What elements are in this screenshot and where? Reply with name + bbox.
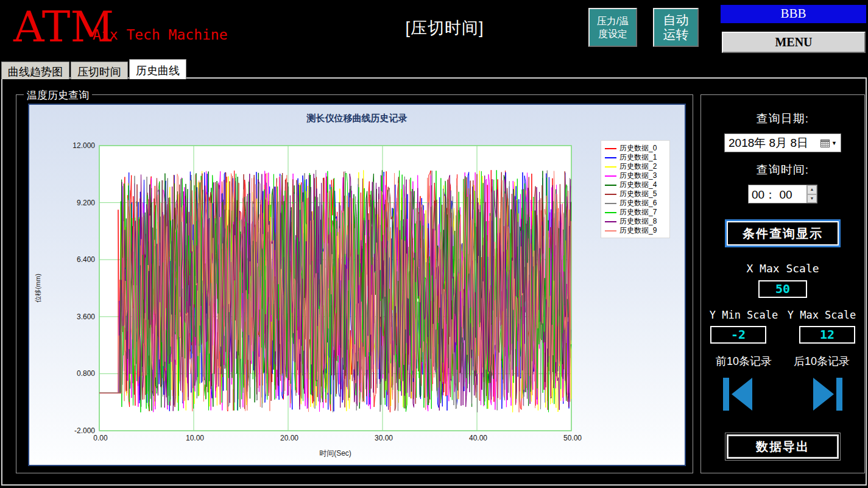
status-banner: BBB xyxy=(721,5,866,23)
legend-swatch xyxy=(605,185,616,186)
skip-next-icon xyxy=(813,378,842,411)
legend-item: 历史数据_0 xyxy=(605,144,667,153)
data-export-button[interactable]: 数据导出 xyxy=(727,434,839,459)
svg-text:0.00: 0.00 xyxy=(93,434,108,442)
legend-swatch xyxy=(605,157,616,158)
legend-item: 历史数据_9 xyxy=(605,226,667,235)
menu-button[interactable]: MENU xyxy=(722,32,866,53)
svg-text:位移(mm): 位移(mm) xyxy=(34,274,41,303)
svg-text:30.00: 30.00 xyxy=(375,434,393,442)
legend-swatch xyxy=(605,203,616,204)
tab-press-cut-time[interactable]: 压切时间 xyxy=(71,62,128,79)
calendar-dropdown-arrow-icon[interactable]: ▼ xyxy=(831,140,837,146)
svg-text:20.00: 20.00 xyxy=(280,434,298,442)
chart-legend: 历史数据_0历史数据_1历史数据_2历史数据_3历史数据_4历史数据_5历史数据… xyxy=(601,140,670,238)
main-content-panel: 温度历史查询 12.0009.2006.4003.6000.800-2.0000… xyxy=(1,77,867,486)
legend-swatch xyxy=(605,221,616,222)
svg-text:9.200: 9.200 xyxy=(77,199,95,207)
legend-label: 历史数据_9 xyxy=(619,225,657,236)
svg-text:0.800: 0.800 xyxy=(77,369,95,378)
svg-text:-2.000: -2.000 xyxy=(74,426,95,435)
svg-text:40.00: 40.00 xyxy=(469,434,487,442)
y-max-scale-label: Y Max Scale xyxy=(785,309,859,321)
page-title: [压切时间] xyxy=(262,17,627,39)
svg-text:50.00: 50.00 xyxy=(563,434,582,442)
pressure-temp-settings-label-line2: 度设定 xyxy=(590,27,636,40)
svg-text:时间(Sec): 时间(Sec) xyxy=(319,449,351,458)
svg-text:12.000: 12.000 xyxy=(72,141,95,150)
legend-swatch xyxy=(605,230,616,232)
tab-history-curve[interactable]: 历史曲线 xyxy=(129,59,186,79)
query-time-picker[interactable]: 00： 00 ▲ ▼ xyxy=(748,185,817,203)
tab-curve-trend[interactable]: 曲线趋势图 xyxy=(1,62,69,79)
legend-swatch xyxy=(605,148,616,149)
conditional-query-button[interactable]: 条件查询显示 xyxy=(727,221,839,246)
auto-run-label-line2: 运转 xyxy=(654,27,697,42)
pressure-temp-settings-button[interactable]: 压力/温 度设定 xyxy=(588,8,637,47)
query-date-label: 查询日期: xyxy=(757,111,809,127)
time-spinner-up-icon[interactable]: ▲ xyxy=(807,185,817,194)
svg-text:6.400: 6.400 xyxy=(77,255,95,264)
y-min-scale-input[interactable]: -2 xyxy=(710,326,766,344)
legend-item: 历史数据_1 xyxy=(605,153,667,162)
auto-run-button[interactable]: 自动 运转 xyxy=(653,8,699,47)
chart-title: 测长仪位移曲线历史记录 xyxy=(29,113,685,124)
legend-item: 历史数据_6 xyxy=(605,199,667,208)
groupbox-title: 温度历史查询 xyxy=(24,88,92,102)
history-chart-container: 12.0009.2006.4003.6000.800-2.0000.0010.0… xyxy=(28,104,686,466)
legend-swatch xyxy=(605,194,616,195)
legend-item: 历史数据_3 xyxy=(605,171,667,180)
auto-run-label-line1: 自动 xyxy=(654,13,697,27)
query-date-value: 2018年 8月 8日 xyxy=(729,135,820,151)
y-max-scale-input[interactable]: 12 xyxy=(799,326,855,344)
tab-bar: 曲线趋势图 压切时间 历史曲线 xyxy=(1,59,186,79)
skip-previous-icon xyxy=(723,378,752,411)
query-date-picker[interactable]: 2018年 8月 8日 ▼ xyxy=(724,133,841,152)
query-side-panel: 查询日期: 2018年 8月 8日 ▼ 查询时间: 00： 00 ▲ xyxy=(700,94,865,473)
x-max-scale-label: X Max Scale xyxy=(746,262,819,275)
time-spinner-down-icon[interactable]: ▼ xyxy=(807,194,817,203)
legend-swatch xyxy=(605,175,616,177)
svg-text:10.00: 10.00 xyxy=(186,434,204,442)
legend-item: 历史数据_4 xyxy=(605,180,667,189)
legend-swatch xyxy=(605,166,616,168)
query-time-label: 查询时间: xyxy=(757,162,809,178)
next-records-button[interactable] xyxy=(811,377,843,412)
temperature-history-groupbox: 温度历史查询 12.0009.2006.4003.6000.800-2.0000… xyxy=(16,94,693,473)
pressure-temp-settings-label-line1: 压力/温 xyxy=(590,15,636,27)
svg-text:3.600: 3.600 xyxy=(77,313,95,321)
prev-records-label: 前10条记录 xyxy=(707,354,781,369)
legend-item: 历史数据_5 xyxy=(605,189,667,199)
y-min-scale-label: Y Min Scale xyxy=(707,309,781,321)
next-records-label: 后10条记录 xyxy=(785,354,859,369)
query-time-value: 00： 00 xyxy=(749,185,806,203)
x-max-scale-input[interactable]: 50 xyxy=(758,280,807,298)
calendar-icon xyxy=(820,139,830,147)
legend-item: 历史数据_7 xyxy=(605,208,667,217)
history-chart-plot: 12.0009.2006.4003.6000.800-2.0000.0010.0… xyxy=(29,105,685,465)
legend-item: 历史数据_8 xyxy=(605,217,667,226)
legend-swatch xyxy=(605,212,616,213)
previous-records-button[interactable] xyxy=(722,377,755,412)
legend-item: 历史数据_2 xyxy=(605,162,667,171)
app-logo-subtitle: Aix Tech Machine xyxy=(93,27,228,43)
